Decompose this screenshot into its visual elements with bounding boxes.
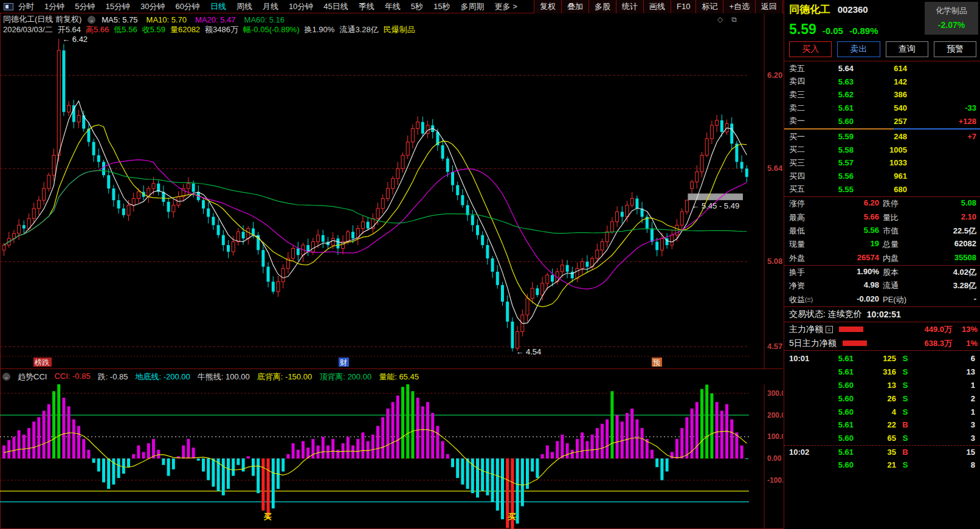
trade-button-卖出[interactable]: 卖出	[837, 41, 880, 57]
fund-bar	[843, 341, 867, 346]
fund-value: 449.0万	[863, 324, 952, 335]
quote-panel: 同德化工 002360 化学制品 -2.07% 5.59 -0.05 -0.89…	[784, 0, 980, 529]
timeframe-item[interactable]: 月线	[263, 1, 278, 12]
trade-button-预警[interactable]: 预警	[934, 41, 976, 57]
toolbar-button-+自选[interactable]: +自选	[723, 0, 755, 13]
stats-label: 净资	[789, 280, 805, 291]
chevron-down-icon[interactable]: ⌄	[2, 373, 10, 381]
bid-levels: 买一5.59248+7买二5.581005买三5.571033买四5.56961…	[784, 130, 980, 196]
book-row[interactable]: 卖三5.62386	[784, 88, 980, 102]
fund-pct: 13%	[952, 325, 978, 334]
stats-value: 5.08	[899, 198, 976, 209]
fund-label: 主力净额	[789, 324, 823, 335]
cci-indicator-chart[interactable]: 300.0200.0100.00.00-100.0买买	[0, 384, 783, 529]
ma10-line	[4, 125, 747, 306]
timeframe-item[interactable]: 30分钟	[140, 1, 165, 12]
timeframe-item[interactable]: 45日线	[323, 1, 348, 12]
book-row[interactable]: 卖五5.64614	[784, 62, 980, 75]
list-icon[interactable]: ≡	[826, 326, 833, 333]
book-volume: 614	[854, 64, 907, 73]
trade-button-查询[interactable]: 查询	[886, 41, 928, 57]
candlestick-chart[interactable]: 6.205.645.084.57← 6.42← 4.54← 5.45 - 5.4…	[0, 13, 783, 368]
main-fund-rows: 主力净额≡449.0万13%5日主力净额638.3万1%	[784, 322, 980, 350]
ohlc-info-row: 2026/03/03/二开5.64高5.66低5.56收5.59量62082额3…	[3, 25, 415, 35]
timeframe-item[interactable]: 分时	[18, 1, 34, 12]
timeframe-item[interactable]: 多周期	[461, 1, 485, 12]
timeframe-item[interactable]: 10分钟	[289, 1, 313, 12]
stats-row: 收益㈢-0.020PE(动)-	[784, 293, 980, 306]
tick-list[interactable]: 10:015.61125S65.61316S135.6013S15.6026S2…	[784, 351, 980, 471]
toolbar-button-多股[interactable]: 多股	[588, 0, 616, 13]
toolbar-button-统计[interactable]: 统计	[616, 0, 643, 13]
stats-value: 62082	[899, 239, 976, 250]
svg-text:200.0: 200.0	[767, 411, 783, 420]
tick-volume: 35	[854, 448, 896, 457]
tick-count: 3	[914, 434, 975, 443]
window-icon[interactable]: ⧉	[731, 15, 737, 24]
text-segment: 跌: -0.85	[98, 372, 128, 382]
tick-row: 5.604S1	[784, 405, 980, 418]
toolbar-button-F10[interactable]: F10	[671, 0, 695, 13]
industry-change: -2.07%	[925, 20, 978, 30]
book-row[interactable]: 卖二5.61540-33	[784, 102, 980, 115]
tick-price: 5.60	[816, 407, 854, 417]
industry-box[interactable]: 化学制品 -2.07%	[925, 2, 978, 35]
book-price: 5.62	[815, 90, 854, 99]
app-menu-icon[interactable]	[4, 3, 13, 10]
timeframe-item[interactable]: 季线	[359, 1, 374, 12]
tick-volume: 125	[854, 354, 896, 363]
text-segment: 2026/03/03/二	[3, 24, 53, 35]
stats-label: 现量	[789, 239, 805, 250]
book-row[interactable]: 卖四5.63142	[784, 75, 980, 89]
book-row[interactable]: 买一5.59248+7	[784, 130, 980, 143]
book-label: 卖五	[789, 63, 815, 74]
tick-count: 3	[914, 420, 975, 429]
tick-count: 2	[914, 394, 975, 403]
tick-row: 5.6013S1	[784, 379, 980, 392]
price-change: -0.05	[823, 26, 843, 36]
svg-text:预: 预	[653, 358, 660, 367]
toolbar-button-复权[interactable]: 复权	[534, 0, 561, 13]
tick-price: 5.61	[816, 354, 854, 363]
chevron-down-icon[interactable]: ⌄	[88, 16, 95, 24]
timeframe-item[interactable]: 年线	[385, 1, 401, 12]
timeframe-item[interactable]: 15秒	[433, 1, 450, 12]
text-segment: 顶背离: 200.00	[319, 372, 371, 382]
tick-time: 10:01	[789, 354, 816, 363]
book-row[interactable]: 买五5.55680	[784, 182, 980, 196]
last-price: 5.59	[789, 21, 816, 38]
tick-time: 10:02	[789, 448, 816, 457]
timeframe-item[interactable]: 1分钟	[44, 1, 64, 12]
toolbar-button-叠加[interactable]: 叠加	[561, 0, 588, 13]
toolbar-button-返回[interactable]: 返回	[755, 0, 783, 13]
trade-status: 交易状态: 连续竞价	[789, 309, 862, 320]
stats-cell: 市值22.5亿	[883, 226, 976, 237]
diamond-icon[interactable]: ◇	[717, 15, 723, 24]
stats-value: 3.28亿	[899, 280, 976, 291]
timeframe-item[interactable]: 60分钟	[175, 1, 199, 12]
timeframe-item[interactable]: 5分钟	[75, 1, 95, 12]
svg-text:-100.0: -100.0	[767, 476, 783, 485]
stats-row: 外盘26574内盘35508	[784, 252, 980, 265]
gap-zone	[688, 193, 743, 200]
book-row[interactable]: 买四5.56961	[784, 170, 980, 183]
book-volume: 142	[854, 77, 907, 86]
book-row[interactable]: 买三5.571033	[784, 156, 980, 170]
timeframe-item[interactable]: 更多 >	[495, 1, 517, 12]
trade-button-买入[interactable]: 买入	[789, 41, 832, 57]
stats-cell: 内盘35508	[883, 253, 976, 264]
stats-row: 最低5.56市值22.5亿	[784, 224, 980, 238]
stats-value: 4.98	[805, 280, 883, 291]
timeframe-item[interactable]: 周线	[236, 1, 252, 12]
timeframe-item[interactable]: 日线	[210, 1, 226, 12]
timeframe-item[interactable]: 15分钟	[105, 1, 129, 12]
tick-count: 1	[914, 381, 975, 390]
book-row[interactable]: 买二5.581005	[784, 143, 980, 157]
timeframe-item[interactable]: 5秒	[411, 1, 423, 12]
text-segment: MA60: 5.16	[244, 15, 285, 24]
trade-time: 10:02:51	[867, 309, 901, 319]
book-row[interactable]: 卖一5.60257+128	[784, 114, 980, 128]
toolbar-button-画线[interactable]: 画线	[643, 0, 671, 13]
toolbar-button-标记[interactable]: 标记	[695, 0, 723, 13]
text-segment: 量能: 65.45	[379, 372, 419, 382]
